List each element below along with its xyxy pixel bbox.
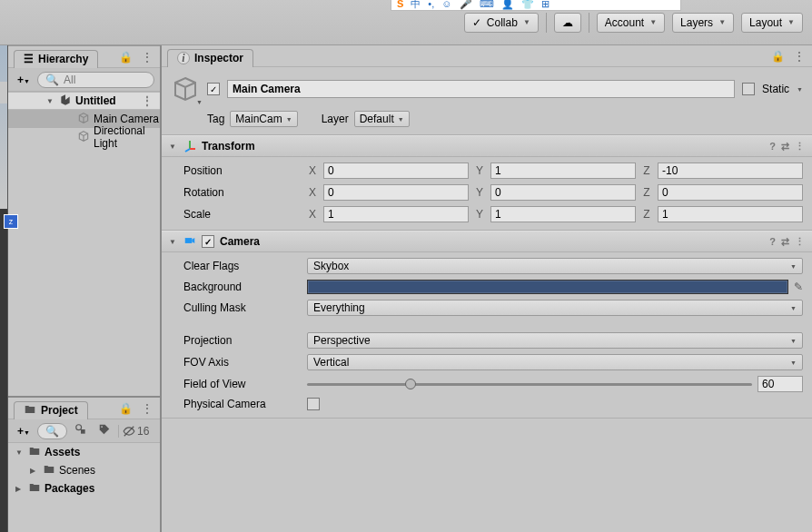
chevron-down-icon[interactable]: ▼: [797, 86, 803, 93]
scale-y-input[interactable]: [490, 206, 636, 222]
account-button[interactable]: Account ▼: [597, 13, 665, 33]
main-toolbar: S 中 •, ☺ 🎤 ⌨ 👤 👕 ⊞ ✓ Collab ▼ ☁ Account …: [0, 0, 812, 45]
cloud-button[interactable]: ☁: [554, 13, 581, 33]
hidden-count: 16: [137, 425, 149, 438]
context-menu-icon[interactable]: ⋮: [142, 94, 153, 107]
culling-mask-dropdown[interactable]: Everything▼: [307, 300, 803, 316]
scale-x-input[interactable]: [323, 206, 469, 222]
physical-camera-checkbox[interactable]: [307, 398, 320, 410]
chevron-down-icon: ▼: [523, 18, 530, 26]
rotation-x-input[interactable]: [323, 184, 469, 201]
hidden-packages-button[interactable]: 16: [118, 425, 154, 438]
scene-gizmo[interactable]: z: [4, 209, 31, 236]
tag-dropdown[interactable]: MainCam▼: [230, 111, 297, 127]
tab-hierarchy[interactable]: ☰ Hierarchy: [14, 50, 98, 68]
tag-value: MainCam: [235, 113, 282, 125]
background-color-picker[interactable]: [307, 280, 788, 294]
foldout-icon[interactable]: ▼: [169, 238, 178, 246]
fov-slider[interactable]: [307, 383, 752, 386]
position-z-input[interactable]: [658, 163, 803, 179]
gizmo-z-axis[interactable]: z: [4, 214, 18, 229]
project-folder-scenes[interactable]: ▶ Scenes: [8, 461, 160, 479]
static-label: Static: [762, 83, 789, 95]
layer-dropdown[interactable]: Default▼: [354, 111, 410, 127]
position-x-input[interactable]: [323, 163, 469, 179]
active-checkbox[interactable]: ✓: [207, 83, 220, 95]
preset-icon[interactable]: ⇄: [781, 236, 789, 248]
folder-icon: [28, 481, 41, 497]
hierarchy-item[interactable]: Directional Light: [8, 128, 160, 146]
gameobject-icon: [77, 130, 90, 145]
clear-flags-dropdown[interactable]: Skybox▼: [307, 258, 803, 274]
context-menu-icon[interactable]: ⋮: [142, 402, 153, 415]
chevron-down-icon: ▼: [787, 18, 795, 26]
grid-icon: ⊞: [541, 0, 550, 10]
x-label: X: [307, 164, 318, 177]
gameobject-header: ▼ ✓ Static ▼ Tag MainCam▼ Layer Default▼: [162, 67, 812, 135]
scene-view[interactable]: z: [0, 45, 8, 532]
help-icon[interactable]: ?: [769, 236, 776, 247]
foldout-icon[interactable]: ▼: [15, 448, 25, 457]
project-title: Project: [41, 404, 78, 417]
search-by-type-button[interactable]: [71, 423, 91, 438]
gameobject-icon-picker[interactable]: ▼: [171, 74, 200, 103]
help-icon[interactable]: ?: [769, 141, 776, 152]
layout-button[interactable]: Layout ▼: [741, 13, 803, 33]
lock-icon[interactable]: 🔒: [119, 51, 133, 64]
position-y-input[interactable]: [490, 163, 636, 179]
layers-button[interactable]: Layers ▼: [672, 13, 734, 33]
fov-axis-dropdown[interactable]: Vertical▼: [307, 354, 803, 370]
component-enable-checkbox[interactable]: ✓: [202, 235, 214, 248]
context-menu-icon[interactable]: ⋮: [795, 141, 805, 153]
foldout-icon[interactable]: ▼: [169, 143, 178, 151]
layer-label: Layer: [322, 113, 349, 125]
camera-icon: [183, 234, 196, 250]
emoji-icon: ☺: [441, 0, 451, 9]
create-asset-button[interactable]: +▼: [14, 425, 34, 438]
eyedropper-icon[interactable]: ✎: [794, 281, 803, 293]
hierarchy-title: Hierarchy: [38, 53, 88, 65]
rotation-label: Rotation: [183, 186, 302, 199]
scale-z-input[interactable]: [658, 206, 803, 222]
clear-flags-label: Clear Flags: [183, 260, 302, 272]
search-by-label-button[interactable]: [94, 423, 114, 438]
search-icon: 🔍: [45, 74, 59, 86]
component-title: Camera: [220, 235, 764, 248]
hierarchy-search[interactable]: 🔍 All: [37, 72, 154, 88]
project-search[interactable]: 🔍: [37, 423, 67, 439]
hierarchy-item-label: Main Camera: [94, 113, 159, 125]
context-menu-icon[interactable]: ⋮: [795, 236, 805, 248]
rotation-y-input[interactable]: [490, 184, 636, 201]
preset-icon[interactable]: ⇄: [781, 141, 789, 153]
search-placeholder: All: [64, 74, 75, 86]
rotation-z-input[interactable]: [658, 184, 803, 201]
project-folder-assets[interactable]: ▼ Assets: [8, 443, 160, 461]
foldout-icon[interactable]: ▶: [15, 485, 25, 493]
layout-label: Layout: [749, 16, 782, 29]
foldout-icon[interactable]: ▼: [46, 97, 55, 105]
culling-mask-label: Culling Mask: [183, 301, 302, 314]
lock-icon[interactable]: 🔒: [119, 402, 133, 415]
create-button[interactable]: +▼: [14, 74, 34, 86]
background-label: Background: [183, 281, 302, 293]
foldout-icon[interactable]: ▶: [30, 467, 39, 475]
tab-inspector[interactable]: i Inspector: [167, 49, 253, 67]
cloud-icon: ☁: [562, 16, 573, 29]
project-folder-packages[interactable]: ▶ Packages: [8, 479, 160, 498]
lock-icon[interactable]: 🔒: [771, 50, 785, 63]
projection-dropdown[interactable]: Perspective▼: [307, 332, 803, 349]
context-menu-icon[interactable]: ⋮: [142, 51, 153, 64]
chevron-down-icon: ▼: [649, 18, 657, 26]
collab-label: Collab: [487, 16, 518, 29]
collab-button[interactable]: ✓ Collab ▼: [464, 13, 539, 33]
object-name-input[interactable]: [227, 80, 735, 98]
shirt-icon: 👕: [521, 0, 534, 10]
folder-icon: [43, 463, 55, 478]
scene-row[interactable]: ▼ Untitled ⋮: [8, 92, 160, 110]
tab-project[interactable]: Project: [14, 401, 88, 419]
context-menu-icon[interactable]: ⋮: [794, 50, 805, 63]
clear-flags-value: Skybox: [313, 260, 349, 272]
fov-input[interactable]: [758, 376, 803, 392]
ime-toolbar: S 中 •, ☺ 🎤 ⌨ 👤 👕 ⊞: [391, 0, 681, 11]
static-checkbox[interactable]: [742, 83, 755, 95]
